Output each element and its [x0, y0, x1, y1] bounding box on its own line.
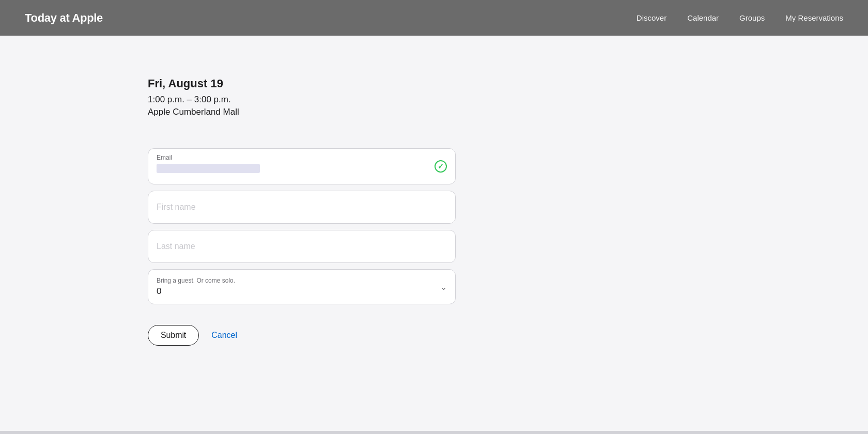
email-label: Email — [157, 154, 447, 161]
email-value-highlight — [157, 164, 260, 173]
nav-discover[interactable]: Discover — [637, 13, 667, 22]
nav-my-reservations[interactable]: My Reservations — [785, 13, 843, 22]
chevron-down-icon: ⌄ — [440, 282, 447, 292]
main-content: Fri, August 19 1:00 p.m. – 3:00 p.m. App… — [0, 36, 868, 387]
guest-dropdown[interactable]: Bring a guest. Or come solo. 0 ⌄ — [148, 269, 456, 304]
header: Today at Apple Discover Calendar Groups … — [0, 0, 868, 36]
last-name-field-wrapper — [148, 230, 456, 263]
event-info: Fri, August 19 1:00 p.m. – 3:00 p.m. App… — [148, 77, 239, 148]
last-name-input[interactable] — [157, 242, 447, 251]
main-nav: Discover Calendar Groups My Reservations — [637, 13, 843, 22]
cancel-link[interactable]: Cancel — [211, 331, 237, 340]
email-field-wrapper: Email ✓ — [148, 148, 456, 184]
submit-button[interactable]: Submit — [148, 325, 199, 346]
guest-label: Bring a guest. Or come solo. — [157, 277, 447, 284]
nav-calendar[interactable]: Calendar — [687, 13, 719, 22]
first-name-input[interactable] — [157, 203, 447, 212]
footer-bar — [0, 431, 868, 434]
form-actions: Submit Cancel — [148, 325, 237, 346]
guest-value: 0 — [157, 286, 447, 297]
event-location: Apple Cumberland Mall — [148, 107, 239, 117]
event-time: 1:00 p.m. – 3:00 p.m. — [148, 95, 239, 105]
app-title: Today at Apple — [25, 11, 103, 25]
event-date: Fri, August 19 — [148, 77, 239, 90]
email-valid-icon: ✓ — [435, 160, 447, 173]
registration-form: Email ✓ Bring a guest. Or come solo. 0 ⌄ — [148, 148, 456, 304]
nav-groups[interactable]: Groups — [739, 13, 765, 22]
first-name-field-wrapper — [148, 191, 456, 224]
